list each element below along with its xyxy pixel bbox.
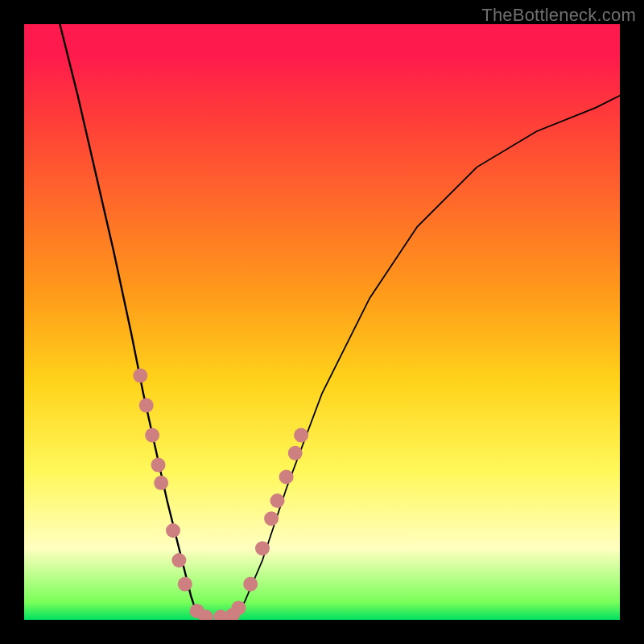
marker-dot: [264, 511, 279, 526]
marker-dot: [294, 428, 308, 443]
marker-dot: [243, 577, 258, 592]
watermark-text: TheBottleneck.com: [481, 5, 636, 26]
marker-dot: [166, 523, 180, 538]
curve-left: [60, 24, 203, 620]
marker-dot: [171, 553, 186, 568]
marker-dot: [288, 446, 303, 460]
marker-dot: [139, 398, 154, 413]
marker-dot: [145, 428, 159, 443]
marker-dot: [270, 493, 285, 508]
marker-dot: [154, 476, 168, 490]
marker-group: [133, 369, 308, 620]
curve-right: [233, 96, 620, 620]
marker-dot: [151, 458, 166, 473]
plot-area: [24, 24, 620, 620]
marker-dot: [279, 469, 294, 484]
chart-frame: TheBottleneck.com: [0, 0, 644, 644]
marker-dot: [255, 541, 270, 555]
marker-dot: [231, 601, 246, 615]
marker-dot: [133, 369, 147, 383]
marker-dot: [178, 577, 192, 592]
curve-layer: [24, 24, 620, 620]
